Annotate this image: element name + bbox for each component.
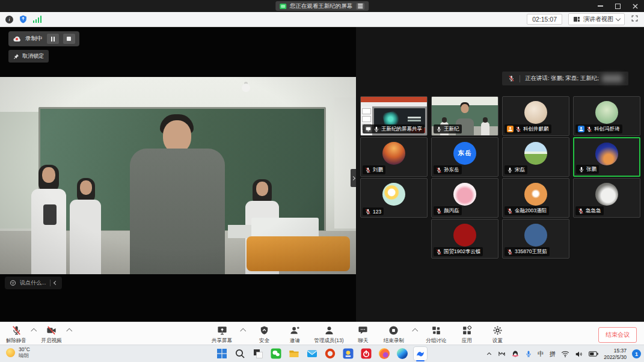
taskbar-clock[interactable]: 15:37 2022/5/30 [604,348,627,360]
stop-recording-button[interactable] [63,34,75,44]
invite-button[interactable]: 邀请 [284,325,307,345]
record-options-caret[interactable] [412,328,417,334]
speaking-text: 正在讲话: 张鹏; 宋磊; 王新纪; [525,75,599,82]
security-label: 安全 [259,337,269,345]
task-view-icon[interactable] [251,346,265,361]
mic-on-icon [578,167,584,173]
unpin-button[interactable]: 取消锁定 [8,50,49,63]
minimize-button[interactable] [592,0,609,12]
tile-participant[interactable]: 金融2003潘阳 [502,178,569,218]
tile-participant[interactable]: 东岳 孙东岳 [431,137,498,177]
pinned-speaker-video[interactable] [0,77,356,274]
share-list-icon[interactable] [356,3,364,10]
pause-recording-button[interactable] [47,34,59,44]
tile-participant[interactable]: 刘鹏 [360,137,428,177]
participant-name: 张鹏 [586,166,596,173]
tray-app-icon[interactable] [498,350,506,358]
search-icon[interactable] [233,346,247,361]
start-video-button[interactable]: 开启视频 [40,325,63,345]
wifi-icon[interactable] [561,351,569,358]
video-options-caret[interactable] [66,328,72,334]
chevron-left-icon[interactable] [53,281,57,285]
chat-button[interactable]: 聊天 [352,325,375,345]
avatar [382,142,405,165]
qq-icon[interactable] [511,350,520,358]
file-explorer-icon[interactable] [287,346,301,361]
end-meeting-button[interactable]: 结束会议 [598,327,637,343]
chat-quick-input[interactable]: 说点什么... [5,277,62,289]
breakout-rooms-button[interactable]: 分组讨论 [425,325,447,345]
meeting-info-icon[interactable]: i [5,16,13,23]
network-signal-icon[interactable] [33,16,41,23]
tile-participant[interactable]: 科创冯舒琦 [573,96,640,136]
ime-mode-indicator[interactable]: 拼 [550,350,556,358]
security-shield-icon[interactable] [19,15,27,23]
audio-options-caret[interactable] [31,328,37,334]
weather-condition: 晴朗 [19,352,30,358]
apps-button[interactable]: 应用 [455,325,478,345]
dict-app-icon[interactable] [341,346,355,361]
microphone-tray-icon[interactable] [525,350,532,358]
chevron-down-icon [616,16,621,20]
mic-muted-icon [586,126,592,132]
maximize-button[interactable] [609,0,627,12]
participant-name: 金融2003潘阳 [515,207,547,215]
settings-button[interactable]: 设置 [486,325,509,345]
view-mode-label: 演讲者视图 [583,15,613,23]
view-mode-button[interactable]: 演讲者视图 [568,13,625,25]
share-options-caret[interactable] [241,328,246,334]
panel-collapse-handle[interactable] [351,169,356,187]
participant-name: 王新纪 [444,126,459,133]
mic-muted-icon [508,75,515,82]
volume-icon[interactable] [575,351,583,358]
breakout-label: 分组讨论 [426,337,446,345]
sun-icon [6,348,15,357]
viewing-screen-banner[interactable]: 您正在观看王新纪的屏幕 [275,1,369,11]
tile-participant[interactable]: 宋磊 [502,137,569,177]
unmute-button[interactable]: 解除静音 [5,325,28,345]
manage-members-button[interactable]: 管理成员(13) [314,325,344,345]
mic-muted-icon [436,167,442,173]
tile-participant[interactable]: 颜丙磊 [431,178,498,218]
unpin-label: 取消锁定 [22,52,44,60]
firefox-icon[interactable] [377,346,391,361]
share-screen-button[interactable]: 共享屏幕 [210,325,233,345]
ime-language-indicator[interactable]: 中 [538,350,544,358]
start-button[interactable] [215,346,229,361]
avatar [524,224,547,247]
weather-widget[interactable]: 30°C 晴朗 [6,346,30,358]
mail-icon[interactable] [305,346,319,361]
wechat-icon[interactable] [269,346,283,361]
gear-icon [492,325,503,336]
participant-name: 孙东岳 [444,167,459,174]
invite-person-icon [290,325,300,336]
emoji-icon[interactable] [10,280,16,286]
tile-screen-share[interactable]: 王新纪的屏幕共享 [360,96,428,136]
tile-participant[interactable]: 急急急 [573,178,640,218]
tile-participant[interactable]: 国贸1902李云蝶 [431,219,498,259]
stop-record-button[interactable]: 结束录制 [382,325,405,345]
avatar-text: 东岳 [458,149,472,158]
unmute-label: 解除静音 [6,337,26,345]
edge-icon[interactable] [395,346,409,361]
avatar [524,142,547,165]
fullscreen-icon[interactable] [631,14,639,25]
battery-icon[interactable] [589,351,598,357]
office-icon[interactable] [323,346,337,361]
notification-badge[interactable]: 1 [632,349,641,358]
tile-participant[interactable]: 科创井麒麟 [502,96,569,136]
apps-grid-icon [462,325,472,336]
netease-music-icon[interactable] [359,346,373,361]
chat-label: 聊天 [358,337,368,345]
tile-wangxinji[interactable]: 王新纪 [431,96,498,136]
tencent-meeting-icon[interactable] [413,346,428,361]
hidden-icons-chevron[interactable] [486,351,492,357]
avatar [595,101,618,124]
manage-members-label: 管理成员(13) [314,337,344,345]
tile-active-speaker[interactable]: 张鹏 [573,137,640,177]
avatar [595,143,618,165]
tile-participant[interactable]: 123 [360,178,428,218]
security-button[interactable]: 安全 [253,325,276,345]
tile-participant[interactable]: 335870王慧茹 [502,219,569,259]
close-button[interactable] [627,0,644,12]
